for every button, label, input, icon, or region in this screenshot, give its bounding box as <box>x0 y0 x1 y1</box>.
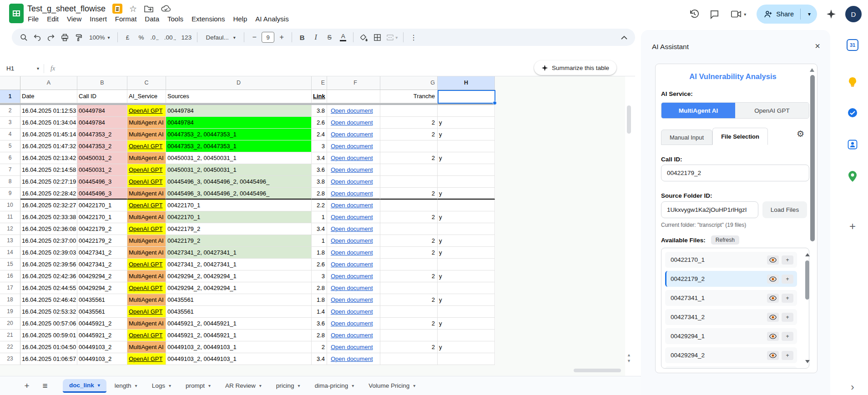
cell-G14[interactable]: 2 <box>380 247 438 259</box>
cell-D2[interactable]: 00449784 <box>166 105 312 117</box>
cell-H10[interactable] <box>438 200 495 211</box>
cell-F10[interactable]: Open document <box>327 200 380 211</box>
cell-A2[interactable]: 16.04.2025 01:12:53 <box>20 105 77 117</box>
zoom-control[interactable]: 100% ▾ <box>86 31 114 44</box>
cell-C4[interactable]: MultiAgent AI <box>127 129 166 140</box>
cell-C17[interactable]: OpenAI GPT <box>127 282 166 294</box>
cell-A15[interactable]: 16.04.2025 02:39:56 <box>20 259 77 270</box>
cell-D12[interactable]: 00422179_2 <box>166 223 312 235</box>
italic-button[interactable]: I <box>309 31 322 44</box>
cell-H20[interactable]: y <box>438 318 495 330</box>
paint-format-icon[interactable] <box>72 31 85 44</box>
cell-F19[interactable]: Open document <box>327 306 380 318</box>
col-header-F[interactable]: F <box>327 76 380 90</box>
cell-E6[interactable]: 3.4 <box>312 152 327 164</box>
cell-E14[interactable]: 1.8 <box>312 247 327 259</box>
cell-B15[interactable]: 00427341_2 <box>77 259 127 270</box>
file-list-scrollbar-thumb[interactable] <box>805 260 809 300</box>
cell-H18[interactable]: y <box>438 294 495 306</box>
bold-button[interactable]: B <box>296 31 308 44</box>
add-addon-icon[interactable]: + <box>846 220 859 233</box>
open-document-link[interactable]: Open document <box>331 249 373 256</box>
add-file-button[interactable]: + <box>782 275 793 284</box>
cell-A18[interactable]: 16.04.2025 02:46:42 <box>20 294 77 306</box>
strikethrough-button[interactable]: S <box>323 31 336 44</box>
cell-E11[interactable]: 1 <box>312 211 327 223</box>
cell-B7[interactable]: 00450031_2 <box>77 164 127 176</box>
keep-icon[interactable] <box>846 75 859 88</box>
cell-H19[interactable] <box>438 306 495 318</box>
open-document-link[interactable]: Open document <box>331 143 373 150</box>
text-color-button[interactable]: A <box>337 31 349 44</box>
row-header-13[interactable]: 13 <box>0 235 20 247</box>
open-document-link[interactable]: Open document <box>331 119 373 126</box>
cell-F7[interactable]: Open document <box>327 164 380 176</box>
cell-F6[interactable]: Open document <box>327 152 380 164</box>
cell-G9[interactable]: 2 <box>380 188 438 200</box>
all-sheets-icon[interactable]: ≡ <box>38 379 52 393</box>
cell-G11[interactable]: 2 <box>380 211 438 223</box>
cell-C15[interactable]: OpenAI GPT <box>127 259 166 270</box>
cell-F16[interactable]: Open document <box>327 270 380 282</box>
open-document-link[interactable]: Open document <box>331 296 373 303</box>
open-document-link[interactable]: Open document <box>331 190 373 197</box>
cell-H3[interactable]: y <box>438 117 495 129</box>
cell-C21[interactable]: OpenAI GPT <box>127 330 166 341</box>
row-header-18[interactable]: 18 <box>0 294 20 306</box>
sheet-tab-length[interactable]: length▾ <box>108 379 144 393</box>
cell-E17[interactable]: 2.8 <box>312 282 327 294</box>
cell-D19[interactable]: 00435561 <box>166 306 312 318</box>
sheet-tab-logs[interactable]: Logs▾ <box>146 379 177 393</box>
cell-A3[interactable]: 16.04.2025 01:34:04 <box>20 117 77 129</box>
cell-E12[interactable]: 3.4 <box>312 223 327 235</box>
tab-file-selection[interactable]: File Selection <box>712 128 768 145</box>
open-document-link[interactable]: Open document <box>331 261 373 268</box>
cell-E7[interactable]: 3.6 <box>312 164 327 176</box>
menu-item-data[interactable]: Data <box>141 14 163 24</box>
name-box[interactable]: H1 ▾ <box>0 65 44 72</box>
row-header-10[interactable]: 10 <box>0 200 20 211</box>
cell-G23[interactable] <box>380 353 438 365</box>
file-item[interactable]: 00427341_1+ <box>665 290 797 306</box>
cell-A21[interactable]: 16.04.2025 00:59:01 <box>20 330 77 341</box>
search-icon[interactable] <box>17 31 30 44</box>
menu-item-extensions[interactable]: Extensions <box>187 14 229 24</box>
cell-F13[interactable]: Open document <box>327 235 380 247</box>
preview-file-button[interactable] <box>767 255 779 265</box>
meet-present-icon[interactable]: ▾ <box>728 8 748 20</box>
open-document-link[interactable]: Open document <box>331 237 373 244</box>
borders-icon[interactable] <box>371 31 384 44</box>
refresh-button[interactable]: Refresh <box>711 235 739 245</box>
cell-E13[interactable]: 1 <box>312 235 327 247</box>
cell-C6[interactable]: MultiAgent AI <box>127 152 166 164</box>
collapse-panel-icon[interactable]: › <box>846 381 859 394</box>
load-files-button[interactable]: Load Files <box>762 201 807 218</box>
cell-E19[interactable]: 1.4 <box>312 306 327 318</box>
cell-A13[interactable]: 16.04.2025 02:37:00 <box>20 235 77 247</box>
cell-B6[interactable]: 00450031_2 <box>77 152 127 164</box>
cell-A11[interactable]: 16.04.2025 02:33:38 <box>20 211 77 223</box>
cell-C1[interactable]: AI_Service <box>127 90 166 103</box>
cell-F15[interactable]: Open document <box>327 259 380 270</box>
cell-G15[interactable] <box>380 259 438 270</box>
cell-C10[interactable]: OpenAI GPT <box>127 200 166 211</box>
cell-F5[interactable]: Open document <box>327 140 380 152</box>
preview-file-button[interactable] <box>767 313 779 322</box>
font-select[interactable]: Defaul... ▾ <box>201 31 240 44</box>
cell-H4[interactable]: y <box>438 129 495 140</box>
col-header-H[interactable]: H <box>438 76 495 90</box>
row-header-3[interactable]: 3 <box>0 117 20 129</box>
file-item[interactable]: 00429294_2+ <box>665 347 797 363</box>
decrease-decimals-button[interactable]: .0← <box>149 31 161 44</box>
sheets-logo-icon[interactable] <box>9 4 24 23</box>
cell-B17[interactable]: 00429294_2 <box>77 282 127 294</box>
cell-D14[interactable]: 00427341_2, 00427341_1 <box>166 247 312 259</box>
add-file-button[interactable]: + <box>782 294 793 303</box>
row-header-4[interactable]: 4 <box>0 129 20 140</box>
cell-E9[interactable]: 2.8 <box>312 188 327 200</box>
more-formats-button[interactable]: 123 <box>180 31 194 44</box>
row-header-1[interactable]: 1 <box>0 90 20 103</box>
close-icon[interactable]: × <box>815 41 820 51</box>
vertical-scrollbar-thumb[interactable] <box>627 105 631 134</box>
tab-manual-input[interactable]: Manual Input <box>661 130 712 145</box>
